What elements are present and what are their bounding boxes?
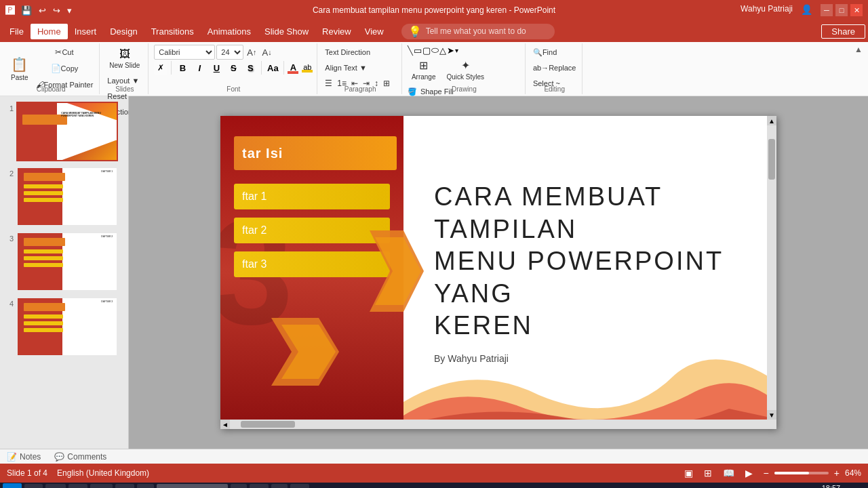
drawing-label: Drawing	[403, 85, 525, 93]
menu-file[interactable]: File	[3, 24, 31, 39]
powerpoint-taskbar-button[interactable]: P Cara membuat…	[157, 484, 228, 488]
comments-icon: 💬	[54, 452, 64, 462]
editing-label: Editing	[527, 85, 583, 93]
ribbon-expand-button[interactable]: ▲	[854, 45, 863, 54]
notes-bar: 📝 Notes 💬 Comments	[0, 449, 868, 464]
decrease-font-button[interactable]: A↓	[260, 45, 273, 60]
undo-button[interactable]: ↩	[37, 4, 48, 17]
scroll-down-button[interactable]: ▼	[767, 410, 776, 420]
start-button[interactable]: ⊞	[3, 483, 22, 488]
menu-home[interactable]: Home	[31, 24, 68, 39]
ribbon-toolbar: 📋 Paste ✂ Cut 📄 Copy 🖌 Format Painter Cl…	[0, 42, 868, 96]
underline-button[interactable]: U	[209, 60, 224, 75]
vertical-scrollbar[interactable]: ▲ ▼	[767, 116, 776, 429]
slide-canvas[interactable]: 3 tar Isi ftar 1	[220, 116, 776, 429]
notes-button[interactable]: 📝 Notes	[7, 452, 41, 462]
minimize-button[interactable]: ─	[821, 4, 833, 16]
menu-transitions[interactable]: Transitions	[144, 24, 201, 39]
scroll-left-button[interactable]: ◄	[220, 420, 230, 429]
menu-insert[interactable]: Insert	[68, 24, 104, 39]
zoom-in-button[interactable]: +	[831, 466, 842, 480]
new-slide-icon: 🖼	[119, 48, 130, 60]
slide-thumb-1[interactable]: 1 CARA MEMBUAT TAMPILAN MENU POWERPOINT …	[3, 100, 125, 163]
slide-thumb-4[interactable]: 4 DAFTAR 3	[3, 296, 125, 358]
quick-styles-button[interactable]: ✦ Quick Styles	[442, 56, 488, 83]
text-direction-button[interactable]: Text Direction	[323, 45, 372, 60]
arrow-decoration	[370, 230, 424, 314]
h-scroll-thumb[interactable]	[241, 421, 295, 428]
system-tray: ▲ ⌨ 📶 🔊 IND 18:57 25/10/2016 🔔	[731, 483, 865, 488]
replace-button[interactable]: ab→ Replace	[531, 60, 578, 75]
app6-button[interactable]: F	[231, 484, 247, 488]
paste-icon: 📋	[11, 56, 28, 73]
bold-button[interactable]: B	[175, 60, 190, 75]
shadow-button[interactable]: S	[243, 60, 258, 75]
slide-image-3: DAFTAR 2	[16, 232, 118, 291]
slideshow-button[interactable]: ▶	[743, 466, 755, 480]
change-case-button[interactable]: Aa	[265, 60, 280, 75]
paste-button[interactable]: 📋 Paste	[7, 51, 33, 86]
app7-button[interactable]: ⚙	[250, 484, 269, 488]
arrange-button[interactable]: ⊞ Arrange	[408, 56, 440, 83]
reading-view-button[interactable]: 📖	[720, 466, 737, 480]
share-button[interactable]: Share	[821, 24, 865, 39]
menu-animations[interactable]: Animations	[201, 24, 258, 39]
slide-panel: 1 CARA MEMBUAT TAMPILAN MENU POWERPOINT …	[0, 96, 129, 449]
menu-slideshow[interactable]: Slide Show	[258, 24, 315, 39]
zoom-track[interactable]	[774, 472, 829, 474]
customize-button[interactable]: ▾	[65, 4, 74, 17]
close-button[interactable]: ✕	[850, 4, 863, 16]
comments-button[interactable]: 💬 Comments	[54, 452, 106, 462]
excel-button[interactable]: X	[137, 484, 154, 488]
app9-button[interactable]: ⊕	[290, 484, 309, 488]
align-text-button[interactable]: Align Text ▼	[323, 60, 368, 75]
font-label: Font	[150, 85, 317, 93]
main-area: 1 CARA MEMBUAT TAMPILAN MENU POWERPOINT …	[0, 96, 868, 449]
drawing-group: ╲ ▭ ▢ ⬭ △ ➤ ▾ ⊞ Arrange ✦ Quick Styles 🪣…	[403, 43, 526, 94]
chrome-button[interactable]: ◉	[68, 484, 87, 488]
find-button[interactable]: 🔍 Find	[531, 45, 559, 60]
normal-view-button[interactable]: ▣	[682, 466, 696, 480]
firefox-button[interactable]: 🦊	[90, 484, 113, 488]
clear-formatting-button[interactable]: ✗	[154, 61, 167, 75]
zoom-out-button[interactable]: −	[761, 466, 772, 480]
menu-design[interactable]: Design	[103, 24, 144, 39]
strikethrough-button[interactable]: S	[226, 60, 241, 75]
tell-me-input[interactable]	[426, 26, 548, 36]
slide1-mini-title: CARA MEMBUAT TAMPILAN MENU POWERPOINT YA…	[61, 112, 113, 118]
redo-button[interactable]: ↪	[51, 4, 62, 17]
window-title: Cara membuat tampilan menu powerpoint ya…	[313, 5, 555, 15]
italic-button[interactable]: I	[192, 60, 207, 75]
scroll-up-button[interactable]: ▲	[767, 116, 776, 125]
menu-text-2: ftar 2	[242, 224, 267, 237]
quick-styles-icon: ✦	[461, 59, 470, 72]
task-view-button[interactable]: 🗔	[24, 484, 43, 488]
v-scroll-thumb[interactable]	[768, 139, 775, 180]
font-size-select[interactable]: 24 12 18 36	[216, 45, 243, 60]
menu-bar: File Home Insert Design Transitions Anim…	[0, 20, 868, 42]
word-button[interactable]: W	[115, 484, 134, 488]
slide-thumb-3[interactable]: 3 DAFTAR 2	[3, 230, 125, 293]
bottom-arrows	[271, 318, 353, 388]
file-explorer-button[interactable]: 📁	[45, 484, 66, 488]
font-color-button[interactable]: A	[288, 62, 298, 74]
cut-button[interactable]: ✂ Cut	[34, 45, 96, 60]
increase-font-button[interactable]: A↑	[245, 45, 258, 60]
horizontal-scrollbar[interactable]: ◄ ►	[220, 420, 767, 429]
record-button[interactable]: ●	[271, 484, 288, 488]
tell-me-box[interactable]: 💡	[401, 24, 555, 39]
slide3-label: DAFTAR 2	[101, 235, 113, 238]
maximize-button[interactable]: □	[835, 4, 848, 16]
menu-view[interactable]: View	[358, 24, 391, 39]
copy-button[interactable]: 📄 Copy	[34, 61, 96, 76]
slide-sorter-button[interactable]: ⊞	[701, 466, 715, 480]
slide-thumb-2[interactable]: 2 DAFTAR 1	[3, 165, 125, 228]
new-slide-button[interactable]: 🖼 New Slide	[105, 45, 144, 72]
highlight-color-button[interactable]: ab	[302, 63, 313, 73]
menu-review[interactable]: Review	[315, 24, 358, 39]
save-button[interactable]: 💾	[19, 4, 34, 17]
menu-item-2: ftar 2	[234, 218, 390, 243]
notes-icon: 📝	[7, 452, 17, 462]
font-name-select[interactable]: Calibri Arial Times New Roman	[154, 45, 215, 60]
system-time: 18:57 25/10/2016	[812, 483, 850, 488]
